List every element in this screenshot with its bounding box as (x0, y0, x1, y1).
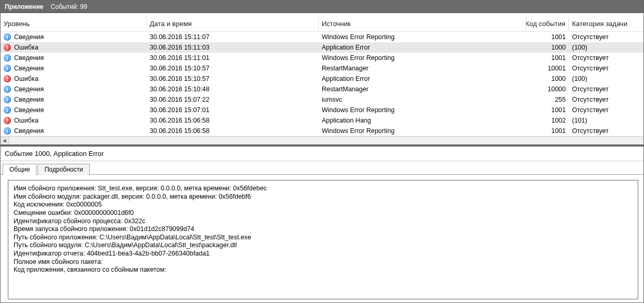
details-line: Смещение ошибки: 0x00000000001d6f0 (14, 209, 633, 217)
table-row[interactable]: Ошибка30.06.2016 15:10:57Application Err… (1, 74, 643, 84)
event-list-body: Сведения30.06.2016 15:11:07Windows Error… (1, 32, 643, 136)
cell-date: 30.06.2016 15:10:57 (147, 75, 319, 82)
table-row[interactable]: Сведения30.06.2016 15:07:01Windows Error… (1, 105, 643, 115)
details-line: Код исключения: 0xc0000005 (14, 201, 633, 209)
level-label: Сведения (14, 33, 44, 41)
level-label: Сведения (14, 65, 44, 72)
cell-date: 30.06.2016 15:06:58 (147, 117, 319, 124)
info-icon (4, 127, 11, 135)
cell-source: Windows Error Reporting (319, 106, 526, 114)
level-label: Ошибка (14, 117, 39, 124)
cell-taskcat: Отсутствует (569, 65, 643, 72)
tab-general[interactable]: Общие (3, 164, 37, 175)
cell-level: Сведения (1, 33, 147, 41)
details-line: Имя сбойного приложения: Stt_test.exe, в… (14, 185, 633, 193)
cell-level: Ошибка (1, 75, 147, 82)
cell-date: 30.06.2016 15:07:01 (147, 106, 319, 114)
cell-eventid: 10000 (526, 86, 569, 93)
details-line: Время запуска сбойного приложения: 0x01d… (14, 225, 633, 234)
cell-taskcat: Отсутствует (569, 86, 643, 93)
cell-level: Ошибка (1, 44, 147, 51)
table-row[interactable]: Сведения30.06.2016 15:11:01Windows Error… (1, 53, 643, 63)
cell-date: 30.06.2016 15:11:01 (147, 54, 319, 62)
error-icon (4, 75, 11, 82)
level-label: Сведения (14, 86, 44, 93)
cell-level: Сведения (1, 86, 147, 93)
cell-eventid: 1000 (526, 44, 569, 51)
error-icon (4, 44, 11, 51)
cell-level: Сведения (1, 96, 147, 103)
cell-date: 30.06.2016 15:11:03 (147, 44, 319, 51)
cell-level: Ошибка (1, 117, 147, 124)
event-details-text: Имя сбойного приложения: Stt_test.exe, в… (8, 180, 638, 299)
details-line: Путь сбойного модуля: C:\Users\Вадим\App… (14, 241, 633, 250)
cell-taskcat: Отсутствует (569, 127, 643, 135)
column-header-date[interactable]: Дата и время (147, 16, 319, 31)
table-row[interactable]: Сведения30.06.2016 15:10:48RestartManage… (1, 84, 643, 94)
cell-source: Application Error (319, 75, 526, 82)
level-label: Сведения (14, 96, 44, 103)
table-row[interactable]: Сведения30.06.2016 15:11:07Windows Error… (1, 32, 643, 42)
column-header-taskcat[interactable]: Категория задачи (569, 16, 643, 31)
cell-eventid: 1002 (526, 117, 569, 124)
details-line: Идентификатор отчета: 404bed11-bea3-4a2b… (14, 250, 633, 258)
cell-taskcat: Отсутствует (569, 106, 643, 114)
level-label: Ошибка (14, 75, 39, 82)
cell-level: Сведения (1, 54, 147, 62)
level-label: Сведения (14, 106, 44, 114)
details-line: Код приложения, связанного со сбойным па… (14, 266, 633, 274)
horizontal-scrollbar[interactable]: ◄ (1, 136, 643, 144)
cell-source: Application Error (319, 44, 526, 51)
cell-date: 30.06.2016 15:10:57 (147, 65, 319, 72)
cell-source: Windows Error Reporting (319, 54, 526, 62)
cell-taskcat: Отсутствует (569, 54, 643, 62)
titlebar: Приложение Событий: 99 (1, 1, 643, 13)
event-viewer-window: Приложение Событий: 99 Уровень Дата и вр… (0, 0, 644, 303)
event-list-panel: Уровень Дата и время Источник Код событи… (1, 13, 643, 145)
cell-eventid: 1001 (526, 54, 569, 62)
cell-eventid: 1001 (526, 33, 569, 41)
table-row[interactable]: Ошибка30.06.2016 15:06:58Application Han… (1, 115, 643, 126)
cell-date: 30.06.2016 15:07:22 (147, 96, 319, 103)
info-icon (4, 106, 11, 114)
cell-level: Сведения (1, 65, 147, 72)
table-row[interactable]: Сведения30.06.2016 15:06:58Windows Error… (1, 126, 643, 136)
details-line: Путь сбойного приложения: C:\Users\Вадим… (14, 234, 633, 242)
cell-level: Сведения (1, 106, 147, 114)
event-details-title: Событие 1000, Application Error (1, 147, 643, 161)
info-icon (4, 96, 11, 103)
column-header-level[interactable]: Уровень (1, 16, 147, 31)
cell-taskcat: (100) (569, 44, 643, 51)
cell-date: 30.06.2016 15:10:48 (147, 86, 319, 93)
column-header-eventid[interactable]: Код события (526, 16, 569, 31)
app-title: Приложение (5, 3, 43, 10)
column-header-row: Уровень Дата и время Источник Код событи… (1, 16, 643, 32)
scroll-left-arrow-icon[interactable]: ◄ (1, 137, 9, 144)
details-line: Идентификатор сбойного процесса: 0x322c (14, 217, 633, 226)
cell-taskcat: (100) (569, 75, 643, 82)
cell-source: RestartManager (319, 86, 526, 93)
table-row[interactable]: Сведения30.06.2016 15:10:57RestartManage… (1, 63, 643, 74)
error-icon (4, 117, 11, 124)
cell-source: iumsvc (319, 96, 526, 103)
info-icon (4, 65, 11, 72)
event-details-panel: Событие 1000, Application Error Общие По… (1, 145, 643, 302)
cell-source: Application Hang (319, 117, 526, 124)
details-line: Имя сбойного модуля: packager.dll, верси… (14, 193, 633, 201)
tab-details[interactable]: Подробности (38, 164, 90, 175)
cell-date: 30.06.2016 15:11:07 (147, 33, 319, 41)
cell-taskcat: Отсутствует (569, 96, 643, 103)
cell-eventid: 1000 (526, 75, 569, 82)
table-row[interactable]: Сведения30.06.2016 15:07:22iumsvc255Отсу… (1, 94, 643, 105)
tab-strip-line (1, 174, 643, 175)
cell-taskcat: (101) (569, 117, 643, 124)
level-label: Ошибка (14, 44, 39, 51)
info-icon (4, 54, 11, 62)
details-line: Полное имя сбойного пакета: (14, 258, 633, 266)
cell-source: RestartManager (319, 65, 526, 72)
cell-date: 30.06.2016 15:06:58 (147, 127, 319, 135)
event-count: Событий: 99 (51, 3, 87, 10)
column-header-source[interactable]: Источник (319, 16, 526, 31)
info-icon (4, 33, 11, 41)
table-row[interactable]: Ошибка30.06.2016 15:11:03Application Err… (1, 42, 643, 53)
